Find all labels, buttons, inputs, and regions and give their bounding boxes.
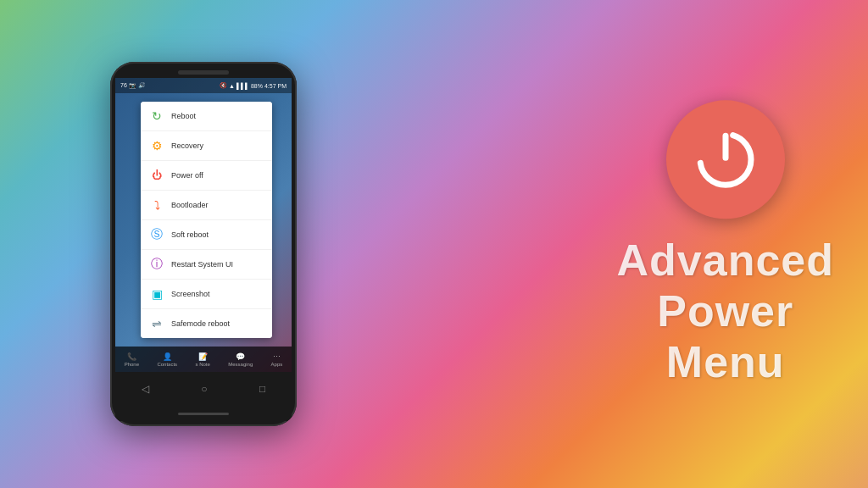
screenshot-label: Screenshot xyxy=(171,290,210,298)
phone-speaker xyxy=(178,70,229,75)
right-panel: Advanced Power Menu xyxy=(616,100,834,387)
menu-item-screenshot[interactable]: ▣ Screenshot xyxy=(141,280,272,309)
safemode-icon: ⇌ xyxy=(149,316,164,331)
menu-item-soft-reboot[interactable]: Ⓢ Soft reboot xyxy=(141,220,272,250)
phone-tab-icon: 📞 xyxy=(127,352,136,361)
recents-button[interactable]: □ xyxy=(259,383,265,395)
note-tab-label: s Note xyxy=(195,362,209,367)
back-button[interactable]: ◁ xyxy=(142,383,149,395)
menu-item-reboot[interactable]: ↻ Reboot xyxy=(141,102,272,131)
status-bar: 76 📷 🔊 🔇 ▲ ▌▌▌ 88% 4:57 PM xyxy=(115,78,292,93)
messaging-tab-label: Messaging xyxy=(228,362,253,367)
home-indicator xyxy=(178,413,229,415)
screen-taskbar: 📞 Phone 👤 Contacts 📝 s Note 💬 Messaging … xyxy=(115,347,292,372)
recovery-icon: ⚙ xyxy=(149,138,164,153)
contacts-tab-label: Contacts xyxy=(157,362,177,367)
restart-ui-icon: ⓘ xyxy=(149,257,164,272)
menu-panel: ↻ Reboot ⚙ Recovery ⏻ Power off ⤵ Bootlo… xyxy=(141,102,272,338)
power-menu: ↻ Reboot ⚙ Recovery ⏻ Power off ⤵ Bootlo… xyxy=(115,93,292,372)
contacts-tab-icon: 👤 xyxy=(163,352,172,361)
taskbar-phone[interactable]: 📞 Phone xyxy=(125,352,139,367)
status-left: 76 📷 🔊 xyxy=(120,82,146,89)
taskbar-note[interactable]: 📝 s Note xyxy=(195,352,209,367)
menu-item-recovery[interactable]: ⚙ Recovery xyxy=(141,131,272,161)
reboot-icon: ↻ xyxy=(149,108,164,124)
soft-reboot-icon: Ⓢ xyxy=(149,227,164,242)
menu-item-bootloader[interactable]: ⤵ Bootloader xyxy=(141,191,272,220)
restart-ui-label: Restart System UI xyxy=(171,260,233,269)
taskbar-messaging[interactable]: 💬 Messaging xyxy=(228,352,253,367)
menu-item-safemode[interactable]: ⇌ Safemode reboot xyxy=(141,309,272,338)
recovery-label: Recovery xyxy=(171,141,203,150)
power-off-icon: ⏻ xyxy=(149,168,164,183)
power-svg-icon xyxy=(692,125,760,193)
messaging-tab-icon: 💬 xyxy=(236,352,245,361)
menu-item-power-off[interactable]: ⏻ Power off xyxy=(141,161,272,191)
phone-screen: 76 📷 🔊 🔇 ▲ ▌▌▌ 88% 4:57 PM ↻ Reboot xyxy=(115,78,292,372)
bootloader-icon: ⤵ xyxy=(149,197,164,213)
status-wifi: ▲ xyxy=(229,83,235,89)
taskbar-contacts[interactable]: 👤 Contacts xyxy=(157,352,177,367)
battery-level: 88% xyxy=(251,83,263,89)
phone-bottom-bar xyxy=(115,406,292,421)
menu-item-restart-ui[interactable]: ⓘ Restart System UI xyxy=(141,250,272,280)
phone-tab-label: Phone xyxy=(125,362,139,367)
status-icons: 76 📷 🔊 xyxy=(120,82,146,89)
bootloader-label: Bootloader xyxy=(171,201,209,209)
note-tab-icon: 📝 xyxy=(198,352,208,361)
status-right: 🔇 ▲ ▌▌▌ 88% 4:57 PM xyxy=(220,82,287,89)
taskbar-apps[interactable]: ⋯ Apps xyxy=(271,352,283,367)
phone-mockup: 76 📷 🔊 🔇 ▲ ▌▌▌ 88% 4:57 PM ↻ Reboot xyxy=(110,62,297,426)
apps-tab-icon: ⋯ xyxy=(273,352,281,361)
power-off-label: Power off xyxy=(171,171,203,180)
status-signal: ▌▌▌ xyxy=(236,83,249,89)
screenshot-icon: ▣ xyxy=(149,286,164,302)
soft-reboot-label: Soft reboot xyxy=(171,230,209,239)
status-mute: 🔇 xyxy=(220,82,227,89)
apps-tab-label: Apps xyxy=(271,362,283,367)
phone-nav-bar: ◁ ○ □ xyxy=(115,372,292,406)
app-title: Advanced Power Menu xyxy=(616,236,834,387)
reboot-label: Reboot xyxy=(171,112,196,120)
power-circle-icon xyxy=(666,100,785,219)
phone-device: 76 📷 🔊 🔇 ▲ ▌▌▌ 88% 4:57 PM ↻ Reboot xyxy=(110,62,297,426)
home-button[interactable]: ○ xyxy=(201,383,207,395)
status-time: 4:57 PM xyxy=(264,83,287,89)
safemode-label: Safemode reboot xyxy=(171,319,230,328)
